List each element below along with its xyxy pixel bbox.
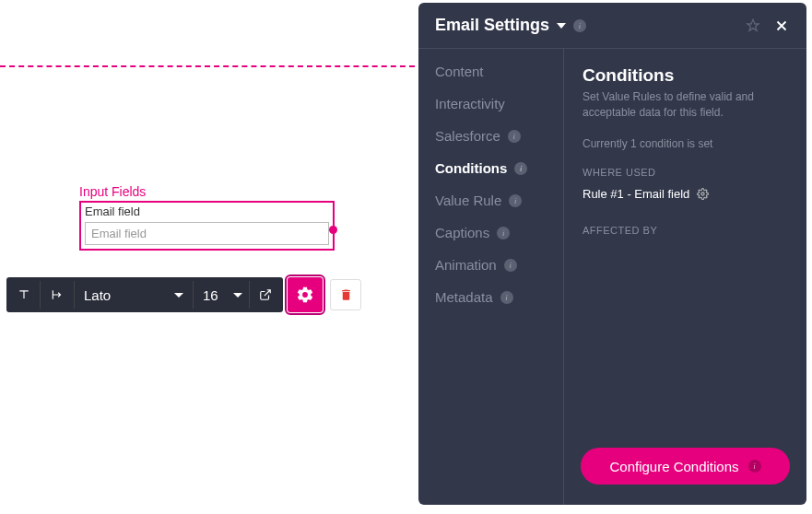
font-family-value: Lato: [84, 287, 111, 303]
nav-salesforce[interactable]: Salesforcei: [418, 128, 563, 144]
text-style-button[interactable]: [8, 277, 40, 312]
nav-animation[interactable]: Animationi: [418, 257, 563, 273]
configure-conditions-button[interactable]: Configure Conditions i: [581, 448, 790, 485]
button-label: Configure Conditions: [609, 459, 738, 474]
info-icon[interactable]: i: [573, 19, 586, 32]
input-field-widget[interactable]: Input Fields Email field Email field: [79, 184, 335, 251]
where-used-label: WHERE USED: [583, 167, 788, 178]
chevron-down-icon: [233, 293, 242, 298]
svg-point-0: [701, 192, 704, 194]
nav-value-rule[interactable]: Value Rulei: [418, 193, 563, 208]
align-left-icon: [50, 288, 65, 301]
conditions-count: Currently 1 condition is set: [583, 137, 788, 150]
trash-icon: [339, 287, 353, 302]
chevron-down-icon[interactable]: [557, 23, 566, 29]
info-icon: i: [508, 130, 521, 143]
panel-title[interactable]: Email Settings: [435, 16, 549, 35]
field-box[interactable]: Email field Email field: [79, 201, 335, 251]
info-icon: i: [500, 291, 513, 304]
align-button[interactable]: [41, 277, 74, 312]
text-icon: [18, 288, 30, 301]
popout-button[interactable]: [250, 277, 281, 312]
info-icon: i: [497, 227, 510, 239]
settings-button[interactable]: [288, 277, 323, 312]
close-icon[interactable]: [773, 18, 790, 34]
email-field-input[interactable]: Email field: [85, 222, 329, 245]
info-icon: i: [504, 259, 517, 272]
nav-content[interactable]: Content: [418, 64, 563, 79]
nav-metadata[interactable]: Metadatai: [418, 289, 563, 305]
font-size-value: 16: [203, 287, 218, 303]
formatting-toolbar: Lato 16: [6, 277, 361, 312]
resize-handle[interactable]: [329, 226, 337, 234]
pin-icon[interactable]: [746, 18, 760, 33]
canvas-boundary-line: [0, 65, 415, 67]
info-icon: i: [748, 460, 761, 473]
rule-item[interactable]: Rule #1 - Email field: [583, 187, 788, 201]
gear-icon[interactable]: [697, 188, 709, 200]
panel-content: Conditions Set Value Rules to define val…: [564, 49, 806, 505]
content-description: Set Value Rules to define valid and acce…: [583, 89, 788, 121]
settings-panel: Email Settings i Content Interactivity S…: [418, 3, 806, 505]
rule-text: Rule #1 - Email field: [583, 187, 689, 201]
nav-conditions[interactable]: Conditionsi: [418, 160, 563, 176]
panel-nav: Content Interactivity Salesforcei Condit…: [418, 49, 564, 505]
affected-by-label: AFFECTED BY: [583, 225, 788, 236]
font-size-select[interactable]: 16: [194, 277, 249, 312]
info-icon: i: [514, 162, 527, 175]
nav-interactivity[interactable]: Interactivity: [418, 96, 563, 111]
panel-header: Email Settings i: [418, 3, 806, 48]
nav-captions[interactable]: Captionsi: [418, 225, 563, 240]
content-title: Conditions: [583, 65, 788, 86]
delete-button[interactable]: [330, 279, 361, 310]
external-link-icon: [259, 288, 272, 301]
gear-icon: [296, 286, 314, 304]
font-family-select[interactable]: Lato: [75, 277, 193, 312]
chevron-down-icon: [174, 293, 183, 298]
field-title: Email field: [81, 203, 333, 218]
field-group-label: Input Fields: [79, 184, 335, 199]
info-icon: i: [509, 194, 522, 207]
